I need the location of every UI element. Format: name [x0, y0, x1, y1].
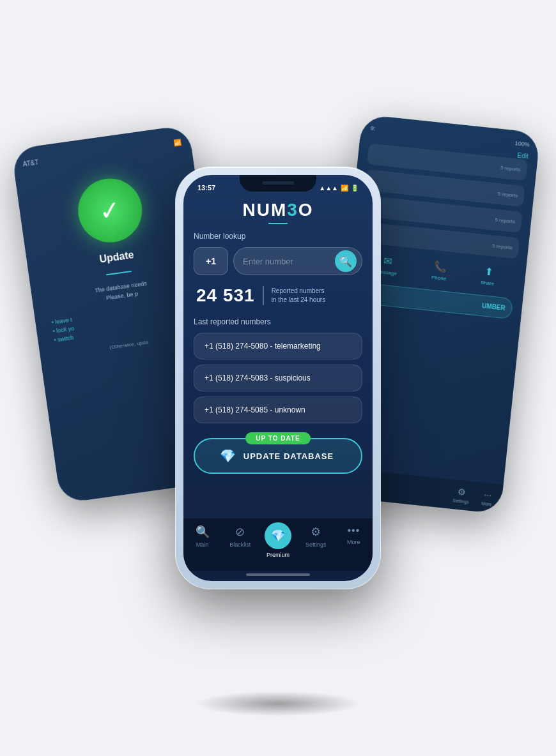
phone-main: 13:57 ▲▲▲ 📶 🔋 NUM3O Number l: [176, 167, 380, 589]
app-logo: NUM3O: [242, 200, 313, 220]
app-content: Number lookup +1 Enter number 🔍 24 531: [183, 232, 373, 518]
bg-left-status-bar: AT&T 📶: [22, 139, 181, 168]
stats-description: Reported numbers in the last 24 hours: [272, 287, 326, 305]
search-icon: 🔍: [339, 255, 352, 268]
phone-shadow: [195, 691, 361, 716]
number-card-2[interactable]: +1 (518) 274-5083 - suspicious: [194, 365, 362, 391]
home-indicator: [183, 571, 373, 581]
premium-nav-icon: 💎: [271, 529, 285, 543]
country-code-selector[interactable]: +1: [194, 247, 228, 275]
blacklist-nav-label: Blacklist: [229, 541, 251, 548]
number-card-3-text: +1 (518) 274-5085 - unknown: [205, 405, 305, 414]
settings-nav-label: Settings: [305, 541, 327, 548]
phone-icon: 📞: [433, 260, 447, 273]
signal-bars-icon: ▲▲▲: [319, 185, 338, 192]
more-nav-label: More: [347, 539, 360, 545]
more-icon: ···: [483, 489, 491, 500]
stats-divider: [263, 286, 264, 305]
update-btn-label: UPDATE DATABASE: [243, 451, 334, 461]
search-input[interactable]: Enter number: [243, 257, 335, 266]
bg-left-description: The database needsPlease, be p: [95, 280, 149, 304]
search-input-wrapper: Enter number 🔍: [233, 247, 362, 275]
settings-icon: ⚙: [457, 487, 467, 497]
stats-row: 24 531 Reported numbers in the last 24 h…: [194, 285, 362, 306]
bg-right-reports-4: 5 reports: [492, 243, 513, 250]
nav-blacklist[interactable]: ⊘ Blacklist: [224, 525, 257, 548]
bg-left-carrier: AT&T: [22, 158, 39, 167]
search-button[interactable]: 🔍: [335, 250, 357, 272]
logo-num: NUM: [242, 200, 287, 220]
search-row: +1 Enter number 🔍: [194, 247, 362, 275]
bottom-nav: 🔍 Main ⊘ Blacklist 💎 Premium ⚙: [183, 518, 373, 571]
number-card-1-text: +1 (518) 274-5080 - telemarketing: [205, 342, 321, 351]
bg-right-battery: 100%: [514, 140, 530, 147]
scene: AT&T 📶 ✓ Update The database needsPlease…: [54, 59, 502, 697]
bg-right-reports-1: 5 reports: [500, 165, 521, 172]
search-label: Number lookup: [194, 232, 362, 241]
update-section: UP TO DATE 💎 UPDATE DATABASE: [194, 432, 362, 479]
bg-right-reports-3: 5 reports: [495, 217, 515, 225]
bg-left-title: Update: [98, 249, 134, 265]
bg-right-reports-2: 5 reports: [497, 191, 518, 199]
phone-screen: 13:57 ▲▲▲ 📶 🔋 NUM3O Number l: [183, 175, 373, 581]
phone-shell: 13:57 ▲▲▲ 📶 🔋 NUM3O Number l: [176, 167, 380, 589]
phone-notch: [240, 175, 316, 192]
bg-left-divider: [106, 271, 132, 276]
settings-nav-icon: ⚙: [311, 525, 321, 539]
bg-left-wifi: 📶: [173, 139, 181, 147]
bg-right-share-action[interactable]: ⬆ Share: [481, 265, 497, 287]
premium-nav-label: Premium: [266, 552, 290, 558]
premium-nav-icon-wrap: 💎: [265, 522, 291, 549]
stats-desc-line2: in the last 24 hours: [272, 296, 326, 303]
main-nav-label: Main: [196, 541, 209, 548]
battery-icon: 🔋: [351, 185, 359, 192]
last-reported-label: Last reported numbers: [194, 317, 362, 326]
up-to-date-badge: UP TO DATE: [245, 432, 310, 444]
status-icons: ▲▲▲ 📶 🔋: [319, 185, 359, 192]
diamond-icon: 💎: [220, 448, 236, 464]
number-card-3[interactable]: +1 (518) 274-5085 - unknown: [194, 397, 362, 423]
nav-premium[interactable]: 💎 Premium: [261, 525, 295, 558]
green-check-circle: ✓: [74, 174, 146, 246]
settings-label: Settings: [452, 498, 469, 504]
home-bar: [246, 573, 310, 576]
checkmark-icon: ✓: [98, 196, 123, 224]
logo-underline: [268, 223, 288, 224]
more-label: More: [481, 501, 492, 507]
bg-right-time: 9:: [370, 125, 376, 132]
message-icon: ✉: [383, 255, 392, 268]
nav-main[interactable]: 🔍 Main: [186, 525, 219, 548]
share-icon: ⬆: [484, 265, 493, 278]
blacklist-nav-icon: ⊘: [235, 525, 245, 539]
speaker: [262, 181, 294, 185]
bg-left-note: (Otherwice, upda: [109, 339, 149, 350]
number-card-2-text: +1 (518) 274-5083 - suspicious: [205, 374, 311, 382]
wifi-icon: 📶: [341, 185, 348, 192]
stats-desc-line1: Reported numbers: [272, 287, 325, 294]
number-card-1[interactable]: +1 (518) 274-5080 - telemarketing: [194, 333, 362, 359]
logo-three: 3: [287, 200, 298, 220]
nav-settings[interactable]: ⚙ Settings: [299, 525, 332, 548]
share-label: Share: [481, 280, 495, 287]
app-header: NUM3O: [183, 197, 373, 232]
status-time: 13:57: [197, 184, 215, 192]
main-nav-icon: 🔍: [196, 525, 210, 539]
stats-number: 24 531: [196, 285, 255, 306]
logo-o: O: [298, 200, 314, 220]
bg-right-more-tab[interactable]: ··· More: [481, 489, 493, 507]
bg-right-phone-action[interactable]: 📞 Phone: [431, 260, 448, 282]
bg-right-settings-tab[interactable]: ⚙ Settings: [452, 486, 470, 504]
nav-more[interactable]: ••• More: [337, 525, 370, 545]
phone-label: Phone: [431, 275, 447, 282]
more-nav-icon: •••: [347, 525, 360, 536]
